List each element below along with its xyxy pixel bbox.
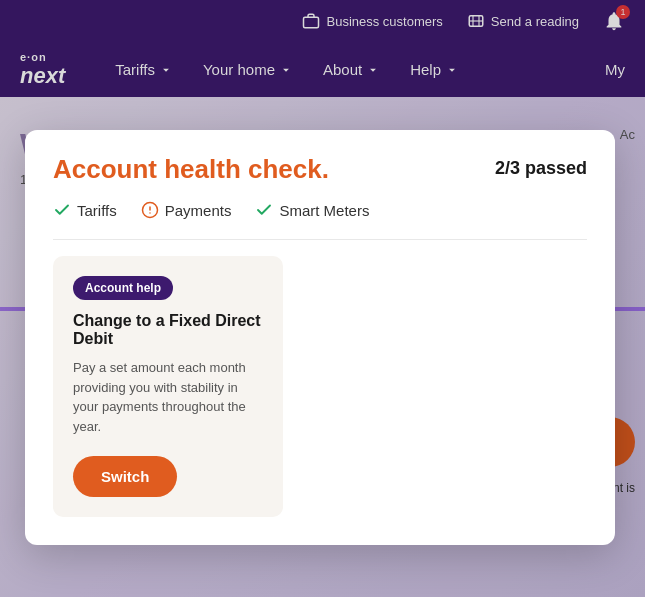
modal-passed: 2/3 passed [495,154,587,179]
check-warn-icon [141,201,159,219]
check-pass-icon-2 [255,201,273,219]
switch-button[interactable]: Switch [73,456,177,497]
account-help-card: Account help Change to a Fixed Direct De… [53,256,283,517]
modal-header: Account health check. 2/3 passed [53,154,587,185]
card-description: Pay a set amount each month providing yo… [73,358,263,436]
check-smart-meters: Smart Meters [255,201,369,219]
check-smart-meters-label: Smart Meters [279,202,369,219]
health-check-modal: Account health check. 2/3 passed Tariffs… [25,130,615,545]
modal-checks: Tariffs Payments Smart Meters [53,201,587,219]
card-title: Change to a Fixed Direct Debit [73,312,263,348]
check-pass-icon [53,201,71,219]
modal-divider [53,239,587,240]
check-tariffs-label: Tariffs [77,202,117,219]
check-tariffs: Tariffs [53,201,117,219]
modal-title: Account health check. [53,154,329,185]
check-payments-label: Payments [165,202,232,219]
check-payments: Payments [141,201,232,219]
card-tag: Account help [73,276,173,300]
svg-point-7 [149,212,151,214]
